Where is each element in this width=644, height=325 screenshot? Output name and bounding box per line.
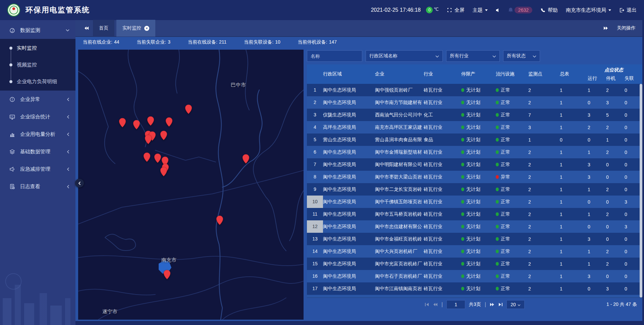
map-pin[interactable] bbox=[133, 120, 140, 130]
total-meters-cell: 1 bbox=[560, 261, 588, 267]
column-industry: 行业 bbox=[424, 64, 461, 84]
company-cell: 阆中市五马桥页岩机砖 bbox=[375, 211, 424, 217]
map-city-label: 巴中市 bbox=[231, 82, 246, 88]
help-button[interactable]: 帮助 bbox=[540, 7, 558, 13]
sidebar-subitem-realtime-monitor[interactable]: 实时监控 bbox=[0, 40, 75, 56]
table-row[interactable]: 10 阆中生态环境局 阆中千佛镇五郎垭页岩 砖瓦行业 无计划 正常 2 1 0 … bbox=[307, 196, 642, 208]
theme-menu-button[interactable]: 主题 bbox=[473, 7, 488, 13]
sidebar-item-emergency-reduction[interactable]: 应急减排管理 bbox=[0, 160, 75, 178]
stat-item: 当前在线企业:44 bbox=[83, 39, 119, 45]
stopped-cell: 3 bbox=[606, 100, 625, 105]
disconnected-cell: 0 bbox=[625, 137, 640, 143]
page-number-input[interactable] bbox=[446, 300, 465, 309]
sidebar-item-data-monitoring[interactable]: 数据监测 bbox=[0, 21, 75, 39]
map-pin[interactable] bbox=[216, 215, 223, 225]
close-operations-link[interactable]: 关闭操作 bbox=[617, 25, 636, 31]
industry-filter-select[interactable]: 所有行业 bbox=[446, 50, 500, 62]
monitor-points-cell: 2 bbox=[528, 199, 560, 205]
sidebar-subitem-power-load-detail[interactable]: 企业电力负荷明细 bbox=[0, 73, 75, 90]
table-row[interactable]: 9 阆中生态环境局 阆中市二龙长宝页岩砖 砖瓦行业 无计划 正常 2 1 1 2… bbox=[307, 183, 642, 196]
map-panel[interactable]: 巴中市南充市遂宁市 bbox=[78, 50, 304, 320]
tab-home[interactable]: 首页 bbox=[93, 20, 114, 37]
running-cell: 1 bbox=[588, 187, 606, 192]
industry-cell: 砖瓦行业 bbox=[424, 87, 461, 93]
stopped-cell: 2 bbox=[606, 261, 625, 267]
table-row[interactable]: 4 高坪生态环境局 南充市高坪区王家店建 砖瓦行业 无计划 正常 3 1 2 2… bbox=[307, 121, 642, 133]
running-cell: 1 bbox=[588, 249, 606, 254]
map-pin[interactable] bbox=[163, 270, 171, 280]
region-cell: 阆中生态环境局 bbox=[323, 199, 375, 205]
stopped-cell: 0 bbox=[606, 199, 625, 205]
table-row[interactable]: 1 阆中生态环境局 阆中强锐页岩砖厂 砖瓦行业 无计划 正常 2 1 1 2 0 bbox=[307, 84, 642, 96]
chevron-left-icon bbox=[78, 181, 81, 185]
map-pin[interactable] bbox=[147, 116, 154, 126]
table-row[interactable]: 6 阆中生态环境局 阆中市金博瑞新型墙材 砖瓦行业 无计划 正常 2 1 1 2… bbox=[307, 146, 642, 158]
tab-realtime-monitor[interactable]: 实时监控 × bbox=[116, 20, 155, 37]
sidebar-item-power-analysis[interactable]: 企业用电量分析 bbox=[0, 125, 75, 143]
tabs-scroll-left-button[interactable] bbox=[82, 26, 91, 30]
table-row[interactable]: 16 阆中生态环境局 阆中市石子页岩机砖厂 砖瓦行业 无计划 正常 2 1 3 … bbox=[307, 270, 642, 282]
stopped-cell: 3 bbox=[606, 286, 625, 291]
map-pin[interactable] bbox=[154, 153, 161, 163]
sidebar-item-base-data[interactable]: 基础数据管理 bbox=[0, 143, 75, 160]
tab-close-icon[interactable]: × bbox=[144, 26, 149, 31]
table-row[interactable]: 2 阆中生态环境局 阆中市南方节能建材有 砖瓦行业 无计划 正常 2 1 0 3… bbox=[307, 96, 642, 109]
row-index-cell: 8 bbox=[307, 171, 323, 183]
user-menu-button[interactable]: 南充市生态环境局 bbox=[566, 7, 611, 13]
status-filter-select[interactable]: 所有状态 bbox=[503, 50, 540, 62]
table-row[interactable]: 11 阆中生态环境局 阆中市五马桥页岩机砖 砖瓦行业 无计划 正常 2 1 1 … bbox=[307, 208, 642, 220]
fullscreen-button[interactable]: 全屏 bbox=[447, 7, 465, 13]
production-status-cell: 无计划 bbox=[461, 100, 496, 106]
map-pin[interactable] bbox=[185, 104, 192, 114]
map-pin[interactable] bbox=[165, 117, 173, 127]
tabs-scroll-right-button[interactable] bbox=[601, 26, 610, 30]
first-page-button[interactable] bbox=[425, 303, 429, 307]
sidebar-item-enterprise-statistics[interactable]: 企业综合统计 bbox=[0, 108, 75, 125]
sidebar-subitem-video-monitor[interactable]: 视频监控 bbox=[0, 56, 75, 73]
map-pin[interactable] bbox=[242, 154, 250, 164]
table-row[interactable]: 8 阆中生态环境局 阆中市枣碧大梁山页岩 砖瓦行业 无计划 异常 2 1 3 0… bbox=[307, 171, 642, 183]
facility-status-cell: 正常 bbox=[496, 261, 528, 267]
top-header: 环保用电监管系统 2021-02-25 17:46:18 0 ℃ 全屏 主题 2… bbox=[0, 0, 644, 20]
region-filter-select[interactable]: 行政区域名称 bbox=[366, 50, 443, 62]
volume-button[interactable] bbox=[496, 8, 500, 12]
region-cell: 阆中生态环境局 bbox=[323, 236, 375, 242]
row-index-cell: 2 bbox=[307, 96, 323, 109]
production-status-cell: 无计划 bbox=[461, 249, 496, 255]
prev-page-button[interactable] bbox=[433, 303, 438, 307]
notification-area[interactable]: 2632 bbox=[508, 7, 532, 13]
sidebar-item-log-view[interactable]: 日志查看 bbox=[0, 178, 75, 195]
production-status-cell: 无计划 bbox=[461, 286, 496, 292]
last-page-button[interactable] bbox=[498, 303, 503, 307]
sidebar-collapse-handle[interactable] bbox=[75, 179, 84, 187]
logout-button[interactable]: 退出 bbox=[619, 7, 637, 13]
table-row[interactable]: 3 仪陇生态环境局 西南油气田分公司川中 化工 无计划 正常 7 1 3 5 0 bbox=[307, 109, 642, 121]
column-monitor-points: 监测点 bbox=[528, 64, 560, 84]
table-row[interactable]: 17 阆中生态环境局 阆中市江南镇阆南页岩 砖瓦行业 无计划 正常 2 1 0 … bbox=[307, 282, 642, 295]
chevron-down-icon bbox=[518, 302, 521, 307]
total-pages-label: 共3页 bbox=[469, 302, 481, 308]
table-row[interactable]: 5 营山生态环境局 营山县润丰肉食品有限 食品 无计划 正常 1 0 0 1 0 bbox=[307, 133, 642, 146]
next-page-button[interactable] bbox=[490, 303, 494, 307]
sidebar-item-enterprise-abnormal[interactable]: 企业异常 bbox=[0, 91, 75, 108]
page-size-select[interactable]: 20 bbox=[506, 300, 525, 309]
row-index-cell: 12 bbox=[307, 220, 323, 233]
status-dot bbox=[496, 101, 499, 104]
map-pin[interactable] bbox=[145, 134, 152, 145]
map-pin[interactable] bbox=[143, 152, 151, 162]
table-row[interactable]: 13 阆中生态环境局 阆中市金福旺页岩机砖 砖瓦行业 无计划 正常 2 1 3 … bbox=[307, 233, 642, 245]
table-row[interactable]: 15 阆中生态环境局 阆中市光富页岩机砖厂 砖瓦行业 无计划 正常 2 1 1 … bbox=[307, 258, 642, 270]
help-label: 帮助 bbox=[548, 7, 558, 13]
map-pin[interactable] bbox=[119, 118, 126, 128]
table-scrollbar[interactable] bbox=[640, 84, 642, 297]
stat-item: 当前失联设备:10 bbox=[244, 39, 280, 45]
map-pin[interactable] bbox=[160, 130, 167, 141]
map-pin[interactable] bbox=[160, 167, 167, 177]
name-filter-input[interactable] bbox=[307, 50, 362, 62]
table-row[interactable]: 7 阆中生态环境局 阆中明阳建材有限公司 砖瓦行业 无计划 正常 2 1 3 0… bbox=[307, 158, 642, 171]
table-row[interactable]: 12 阆中生态环境局 阆中市忠信建材有限公 砖瓦行业 无计划 正常 2 1 0 … bbox=[307, 220, 642, 233]
disconnected-cell: 0 bbox=[625, 100, 640, 105]
table-row[interactable]: 14 阆中生态环境局 阆中大兴页岩机砖厂 砖瓦行业 无计划 正常 2 1 1 2… bbox=[307, 245, 642, 258]
temperature-widget: 0 ℃ bbox=[426, 7, 439, 13]
table-row[interactable]: 18 南部生态环境局 南部县砌华页岩有限公 砖瓦行业 无计划 正常 6 0 0 … bbox=[307, 295, 642, 297]
